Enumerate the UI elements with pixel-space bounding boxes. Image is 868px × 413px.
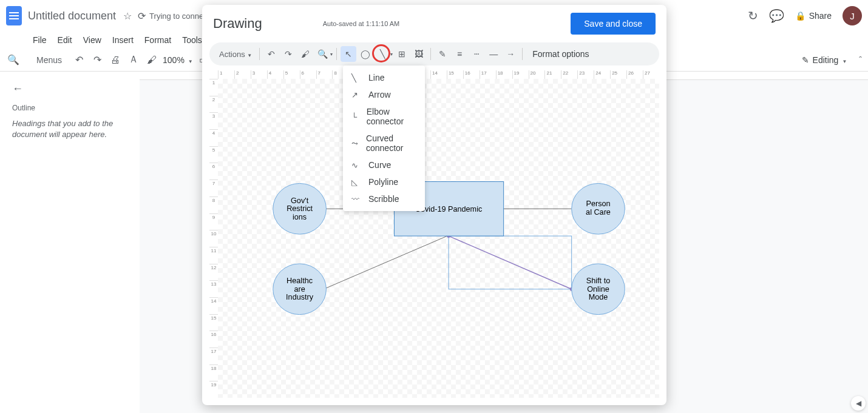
polyline-icon: ◺ [351, 178, 361, 187]
save-and-close-button[interactable]: Save and close [571, 13, 656, 35]
center-box-text: Covid-19 Pandemic [415, 205, 482, 213]
autosave-text: Auto-saved at 1:11:10 AM [323, 20, 400, 27]
line-icon: ╲ [351, 73, 361, 82]
curved-icon: ⤳ [351, 139, 359, 148]
scribble-icon: 〰 [351, 195, 361, 204]
svg-text:Healthc: Healthc [287, 277, 313, 285]
svg-text:Gov't: Gov't [291, 196, 309, 205]
separator [522, 48, 523, 60]
dialog-header: Drawing Auto-saved at 1:11:10 AM Save an… [202, 5, 666, 42]
actions-dropdown-icon [247, 50, 252, 59]
menu-curve[interactable]: ∿Curve [343, 156, 425, 173]
paint-format-icon[interactable]: 🖌 [297, 46, 313, 62]
undo-icon[interactable]: ↶ [263, 46, 279, 62]
line-tool-icon[interactable]: ╲ [375, 46, 390, 62]
dialog-title: Drawing [213, 16, 262, 32]
svg-text:are: are [294, 285, 305, 294]
line-start-icon[interactable]: — [486, 46, 501, 62]
redo-icon[interactable]: ↷ [280, 46, 296, 62]
line-tool-highlight [372, 44, 390, 62]
svg-text:Restrict: Restrict [287, 204, 313, 213]
format-options-button[interactable]: Format options [532, 49, 589, 59]
curve-icon: ∿ [351, 161, 361, 170]
line-end-icon[interactable]: → [503, 46, 518, 62]
canvas-wrap: 1234567891011121314151617181920212223242… [209, 70, 659, 398]
menu-arrow[interactable]: ↗Arrow [343, 86, 425, 103]
menu-scribble[interactable]: 〰Scribble [343, 190, 425, 207]
separator [259, 48, 260, 60]
shape-tool-icon[interactable]: ◯ [358, 46, 373, 62]
line-tool-dropdown-icon[interactable]: ▾ [390, 52, 393, 57]
canvas-ruler-vertical: 12345678910111213141516171819 [209, 79, 218, 398]
zoom-dropdown-icon[interactable]: ▾ [330, 52, 333, 57]
menu-curved-connector[interactable]: ⤳Curved connector [343, 130, 425, 156]
image-tool-icon[interactable]: 🖼 [411, 46, 427, 62]
svg-text:Mode: Mode [589, 293, 608, 301]
border-color-icon[interactable]: ✎ [435, 46, 450, 62]
separator [336, 48, 337, 60]
svg-text:Shift to: Shift to [586, 277, 610, 285]
actions-button[interactable]: Actions [215, 50, 256, 59]
zoom-icon[interactable]: 🔍 [314, 46, 330, 62]
drawing-dialog: Drawing Auto-saved at 1:11:10 AM Save an… [202, 5, 666, 405]
drawing-canvas[interactable]: Covid-19 Pandemic Gov't Restrict ions Pe… [218, 79, 659, 398]
border-weight-icon[interactable]: ≡ [452, 46, 467, 62]
selected-line[interactable] [449, 236, 572, 289]
svg-text:ions: ions [293, 213, 307, 221]
expand-icon[interactable]: ◀ [851, 396, 866, 411]
line-tool-menu: ╲Line ↗Arrow └Elbow connector ⤳Curved co… [343, 65, 425, 211]
svg-text:Person: Person [586, 200, 610, 208]
menu-elbow-connector[interactable]: └Elbow connector [343, 103, 425, 130]
menu-polyline[interactable]: ◺Polyline [343, 173, 425, 190]
svg-text:Industry: Industry [286, 293, 314, 301]
modal-backdrop: Drawing Auto-saved at 1:11:10 AM Save an… [0, 0, 868, 413]
separator [430, 48, 431, 60]
canvas-ruler-horizontal: 1234567891011121314151617181920212223242… [218, 70, 659, 79]
menu-line[interactable]: ╲Line [343, 69, 425, 86]
connector-line[interactable] [325, 235, 449, 289]
textbox-tool-icon[interactable]: ⊞ [394, 46, 410, 62]
border-dash-icon[interactable]: ┄ [469, 46, 484, 62]
elbow-icon: └ [351, 112, 359, 121]
select-tool-icon[interactable]: ↖ [341, 46, 356, 62]
drawing-toolbar: Actions ↶ ↷ 🖌 🔍 ▾ ↖ ◯ ╲ ▾ ⊞ 🖼 ✎ ≡ ┄ — → … [209, 42, 659, 65]
svg-text:Online: Online [587, 285, 609, 294]
svg-text:al Care: al Care [586, 208, 611, 217]
arrow-icon: ↗ [351, 90, 361, 99]
